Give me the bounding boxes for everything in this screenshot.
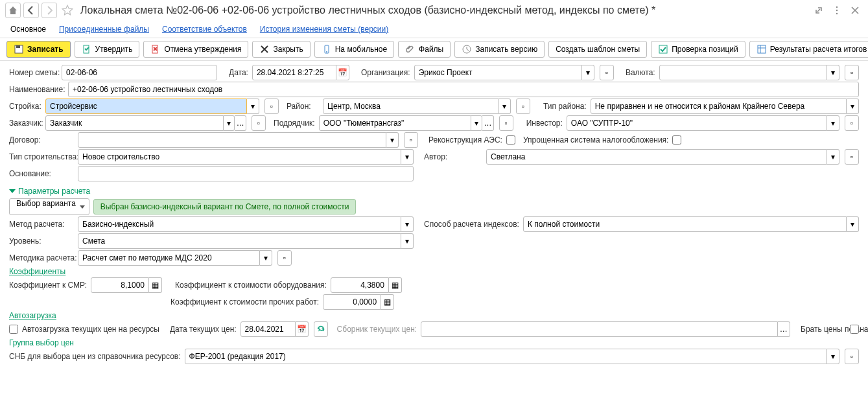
build-input[interactable] xyxy=(45,98,247,114)
dropdown-icon[interactable]: ▾ xyxy=(224,115,235,131)
name-input[interactable] xyxy=(68,82,859,97)
open-icon[interactable]: ▫ xyxy=(845,115,859,131)
close-button[interactable]: Закрыть xyxy=(252,41,310,58)
dropdown-icon[interactable]: ▾ xyxy=(260,250,272,266)
curdate-input[interactable] xyxy=(240,321,296,337)
back-button[interactable] xyxy=(23,3,39,18)
dropdown-icon[interactable]: ▾ xyxy=(471,115,482,131)
curr-label: Валюта: xyxy=(626,68,655,77)
auto-link[interactable]: Автозагрузка xyxy=(9,311,56,320)
coef-link[interactable]: Коэффициенты xyxy=(9,267,65,276)
smr-input[interactable] xyxy=(91,277,149,293)
svg-rect-11 xyxy=(758,45,766,53)
calendar-icon[interactable]: 📅 xyxy=(296,321,309,337)
approve-button[interactable]: Утвердить xyxy=(75,41,140,58)
dropdown-icon[interactable]: ▾ xyxy=(499,98,511,114)
dropdown-icon[interactable]: ▾ xyxy=(827,149,839,165)
curr-input[interactable] xyxy=(659,65,828,80)
region-input[interactable] xyxy=(323,98,499,114)
method-input[interactable] xyxy=(78,216,401,232)
tax-checkbox[interactable] xyxy=(672,135,681,145)
tab-files[interactable]: Присоединенные файлы xyxy=(59,25,149,34)
coll-input[interactable] xyxy=(421,321,778,337)
calendar-icon[interactable]: 📅 xyxy=(336,65,349,80)
author-input[interactable] xyxy=(486,149,827,165)
build-label: Стройка: xyxy=(9,102,41,111)
rtype-input[interactable] xyxy=(591,98,847,114)
dropdown-icon[interactable]: ▾ xyxy=(827,115,839,131)
btype-input[interactable] xyxy=(78,149,401,165)
dropdown-icon[interactable]: ▾ xyxy=(401,216,414,232)
home-button[interactable] xyxy=(5,3,21,18)
tech-input[interactable] xyxy=(78,250,260,266)
basis-input[interactable] xyxy=(78,166,414,181)
open-icon[interactable]: ▫ xyxy=(277,250,292,266)
other-label: Коэффициент к стоимости прочих работ: xyxy=(170,297,319,307)
dropdown-icon[interactable]: ▾ xyxy=(386,132,399,148)
equip-label: Коэффициент к стоимости оборудования: xyxy=(175,281,327,290)
open-icon[interactable]: ▫ xyxy=(516,98,530,114)
chevron-down-icon xyxy=(9,189,16,193)
close-icon[interactable] xyxy=(847,3,863,18)
dropdown-icon[interactable]: ▾ xyxy=(847,216,859,232)
num-input[interactable] xyxy=(62,65,217,80)
analog-checkbox[interactable] xyxy=(850,325,859,334)
tax-label: Упрощенная система налогообложения: xyxy=(523,135,669,145)
files-button[interactable]: Файлы xyxy=(398,41,451,58)
ellipsis-icon[interactable]: … xyxy=(235,115,246,131)
other-input[interactable] xyxy=(323,294,381,310)
open-icon[interactable]: ▫ xyxy=(404,132,418,148)
dropdown-icon[interactable]: ▾ xyxy=(401,233,414,249)
mobile-button[interactable]: На мобильное xyxy=(314,41,394,58)
inv-input[interactable] xyxy=(567,115,827,131)
dropdown-icon[interactable]: ▾ xyxy=(582,65,594,80)
more-icon[interactable] xyxy=(829,3,845,18)
equip-input[interactable] xyxy=(331,277,389,293)
calc-section-header[interactable]: Параметры расчета xyxy=(9,187,859,196)
open-icon[interactable]: ▫ xyxy=(845,349,859,364)
open-icon[interactable]: ▫ xyxy=(845,65,859,80)
template-button[interactable]: Создать шаблон сметы xyxy=(548,41,647,58)
unapprove-button[interactable]: Отмена утверждения xyxy=(143,41,248,58)
cust-input[interactable] xyxy=(45,115,224,131)
star-icon[interactable] xyxy=(60,3,75,18)
ellipsis-icon[interactable]: … xyxy=(778,321,790,337)
dogovor-input[interactable] xyxy=(78,132,386,148)
open-icon[interactable]: ▫ xyxy=(264,98,279,114)
open-icon[interactable]: ▫ xyxy=(845,149,859,165)
refresh-icon[interactable] xyxy=(314,321,328,337)
snb-input[interactable] xyxy=(185,349,827,364)
dropdown-icon[interactable]: ▾ xyxy=(401,149,414,165)
recon-label: Реконструкция АЭС: xyxy=(428,135,502,145)
autoload-checkbox[interactable] xyxy=(9,325,18,334)
link-icon[interactable] xyxy=(811,3,827,18)
results-button[interactable]: Результаты расчета итогов xyxy=(749,41,868,58)
calc-icon[interactable]: ▦ xyxy=(149,277,162,293)
ellipsis-icon[interactable]: … xyxy=(482,115,493,131)
variant-button[interactable]: Выбор варианта xyxy=(9,198,89,215)
smr-label: Коэффициент к СМР: xyxy=(9,281,87,290)
date-input[interactable] xyxy=(252,65,336,80)
dropdown-icon[interactable]: ▾ xyxy=(847,98,859,114)
tab-history[interactable]: История изменения сметы (версии) xyxy=(260,25,388,34)
open-icon[interactable]: ▫ xyxy=(600,65,614,80)
dropdown-icon[interactable]: ▾ xyxy=(827,65,839,80)
recon-checkbox[interactable] xyxy=(506,135,515,145)
level-input[interactable] xyxy=(78,233,401,249)
dropdown-icon[interactable]: ▾ xyxy=(827,349,839,364)
open-icon[interactable]: ▫ xyxy=(499,115,513,131)
inv-label: Инвестор: xyxy=(526,119,563,128)
contr-input[interactable] xyxy=(319,115,471,131)
forward-button[interactable] xyxy=(41,3,57,18)
check-button[interactable]: Проверка позиций xyxy=(651,41,745,58)
org-input[interactable] xyxy=(414,65,583,80)
dropdown-icon[interactable]: ▾ xyxy=(247,98,259,114)
calc-icon[interactable]: ▦ xyxy=(381,294,394,310)
idxmethod-input[interactable] xyxy=(523,216,847,232)
tab-objmatch[interactable]: Соответствие объектов xyxy=(162,25,247,34)
saveversion-button[interactable]: Записать версию xyxy=(454,41,545,58)
calc-icon[interactable]: ▦ xyxy=(389,277,402,293)
open-icon[interactable]: ▫ xyxy=(252,115,266,131)
save-button[interactable]: Записать xyxy=(6,41,71,58)
tab-main[interactable]: Основное xyxy=(10,25,46,34)
